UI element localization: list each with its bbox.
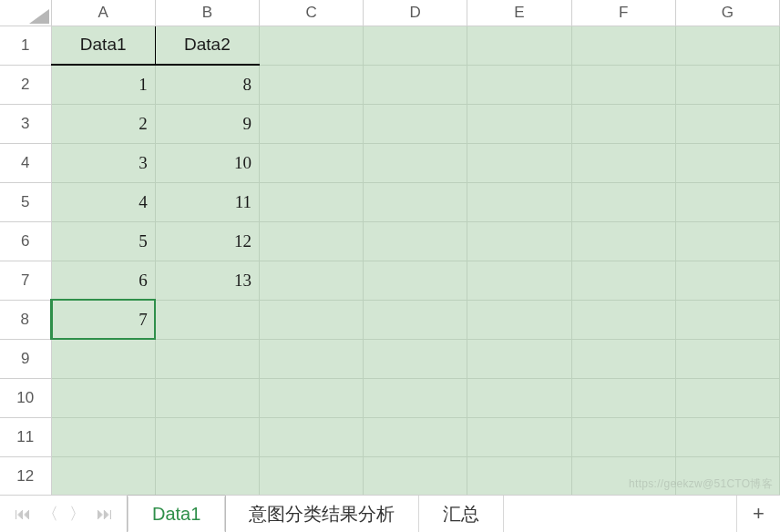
cell-G7[interactable] xyxy=(675,261,779,300)
cell-D9[interactable] xyxy=(364,339,467,378)
cell-D6[interactable] xyxy=(364,221,467,261)
cell-G6[interactable] xyxy=(675,221,779,261)
cell-C9[interactable] xyxy=(259,339,363,378)
cell-A1[interactable]: Data1 xyxy=(51,26,155,65)
cell-C1[interactable] xyxy=(259,26,363,65)
cell-F9[interactable] xyxy=(571,339,675,378)
cell-B11[interactable] xyxy=(155,417,259,456)
cell-E4[interactable] xyxy=(467,143,571,182)
cell-A5[interactable]: 4 xyxy=(51,182,155,221)
cell-F8[interactable] xyxy=(571,300,675,339)
select-all-corner[interactable] xyxy=(0,0,51,26)
cell-G5[interactable] xyxy=(675,182,779,221)
cell-F2[interactable] xyxy=(571,65,675,104)
cell-B1[interactable]: Data2 xyxy=(155,26,259,65)
cell-D8[interactable] xyxy=(364,300,467,339)
cell-B2[interactable]: 8 xyxy=(155,65,259,104)
cell-E12[interactable] xyxy=(467,456,571,495)
nav-last-icon[interactable]: ⏭ xyxy=(97,505,113,524)
spreadsheet-grid[interactable]: A B C D E F G 1Data1Data2218329431054116… xyxy=(0,0,780,495)
row-header-7[interactable]: 7 xyxy=(0,261,51,300)
cell-E1[interactable] xyxy=(467,26,571,65)
cell-E2[interactable] xyxy=(467,65,571,104)
cell-B4[interactable]: 10 xyxy=(155,143,259,182)
row-header-3[interactable]: 3 xyxy=(0,104,51,143)
cell-F7[interactable] xyxy=(571,261,675,300)
row-header-6[interactable]: 6 xyxy=(0,221,51,261)
cell-C12[interactable] xyxy=(259,456,363,495)
cell-G1[interactable] xyxy=(675,26,779,65)
col-header-B[interactable]: B xyxy=(155,0,259,26)
add-sheet-button[interactable]: + xyxy=(736,496,780,532)
cell-B6[interactable]: 12 xyxy=(155,221,259,261)
cell-F5[interactable] xyxy=(571,182,675,221)
cell-B5[interactable]: 11 xyxy=(155,182,259,221)
col-header-D[interactable]: D xyxy=(364,0,467,26)
col-header-C[interactable]: C xyxy=(259,0,363,26)
cell-D12[interactable] xyxy=(364,456,467,495)
col-header-E[interactable]: E xyxy=(467,0,571,26)
cell-G12[interactable] xyxy=(675,456,779,495)
cell-E3[interactable] xyxy=(467,104,571,143)
row-header-5[interactable]: 5 xyxy=(0,182,51,221)
nav-next-icon[interactable]: 〉 xyxy=(69,503,86,525)
cell-G10[interactable] xyxy=(675,378,779,417)
cell-A2[interactable]: 1 xyxy=(51,65,155,104)
cell-A12[interactable] xyxy=(51,456,155,495)
nav-prev-icon[interactable]: 〈 xyxy=(42,503,58,525)
cell-E8[interactable] xyxy=(467,300,571,339)
nav-first-icon[interactable]: ⏮ xyxy=(15,505,31,524)
cell-C2[interactable] xyxy=(259,65,363,104)
cell-E6[interactable] xyxy=(467,221,571,261)
cell-B7[interactable]: 13 xyxy=(155,261,259,300)
row-header-12[interactable]: 12 xyxy=(0,456,51,495)
cell-B9[interactable] xyxy=(155,339,259,378)
cell-B10[interactable] xyxy=(155,378,259,417)
cell-B12[interactable] xyxy=(155,456,259,495)
row-header-4[interactable]: 4 xyxy=(0,143,51,182)
cell-C3[interactable] xyxy=(259,104,363,143)
cell-F1[interactable] xyxy=(571,26,675,65)
cell-A6[interactable]: 5 xyxy=(51,221,155,261)
cell-G9[interactable] xyxy=(675,339,779,378)
cell-E10[interactable] xyxy=(467,378,571,417)
cell-C6[interactable] xyxy=(259,221,363,261)
cell-G4[interactable] xyxy=(675,143,779,182)
cell-F12[interactable] xyxy=(571,456,675,495)
row-header-8[interactable]: 8 xyxy=(0,300,51,339)
col-header-F[interactable]: F xyxy=(571,0,675,26)
cell-E11[interactable] xyxy=(467,417,571,456)
row-header-1[interactable]: 1 xyxy=(0,26,51,65)
cell-A7[interactable]: 6 xyxy=(51,261,155,300)
sheet-tab[interactable]: Data1 xyxy=(128,496,225,532)
cell-C11[interactable] xyxy=(259,417,363,456)
cell-D5[interactable] xyxy=(364,182,467,221)
cell-E9[interactable] xyxy=(467,339,571,378)
row-header-11[interactable]: 11 xyxy=(0,417,51,456)
cell-G11[interactable] xyxy=(675,417,779,456)
cell-C4[interactable] xyxy=(259,143,363,182)
cell-G3[interactable] xyxy=(675,104,779,143)
row-header-2[interactable]: 2 xyxy=(0,65,51,104)
row-header-9[interactable]: 9 xyxy=(0,339,51,378)
cell-A9[interactable] xyxy=(51,339,155,378)
cell-F3[interactable] xyxy=(571,104,675,143)
sheet-tab[interactable]: 汇总 xyxy=(419,496,504,532)
cell-F11[interactable] xyxy=(571,417,675,456)
cell-D1[interactable] xyxy=(364,26,467,65)
cell-C8[interactable] xyxy=(259,300,363,339)
cell-A10[interactable] xyxy=(51,378,155,417)
cell-D3[interactable] xyxy=(364,104,467,143)
row-header-10[interactable]: 10 xyxy=(0,378,51,417)
sheet-tab[interactable]: 意图分类结果分析 xyxy=(225,496,419,532)
cell-D4[interactable] xyxy=(364,143,467,182)
cell-B8[interactable] xyxy=(155,300,259,339)
cell-A4[interactable]: 3 xyxy=(51,143,155,182)
cell-E5[interactable] xyxy=(467,182,571,221)
cell-E7[interactable] xyxy=(467,261,571,300)
cell-C7[interactable] xyxy=(259,261,363,300)
cell-G2[interactable] xyxy=(675,65,779,104)
cell-F4[interactable] xyxy=(571,143,675,182)
cell-A8[interactable]: 7 xyxy=(51,300,155,339)
cell-D11[interactable] xyxy=(364,417,467,456)
